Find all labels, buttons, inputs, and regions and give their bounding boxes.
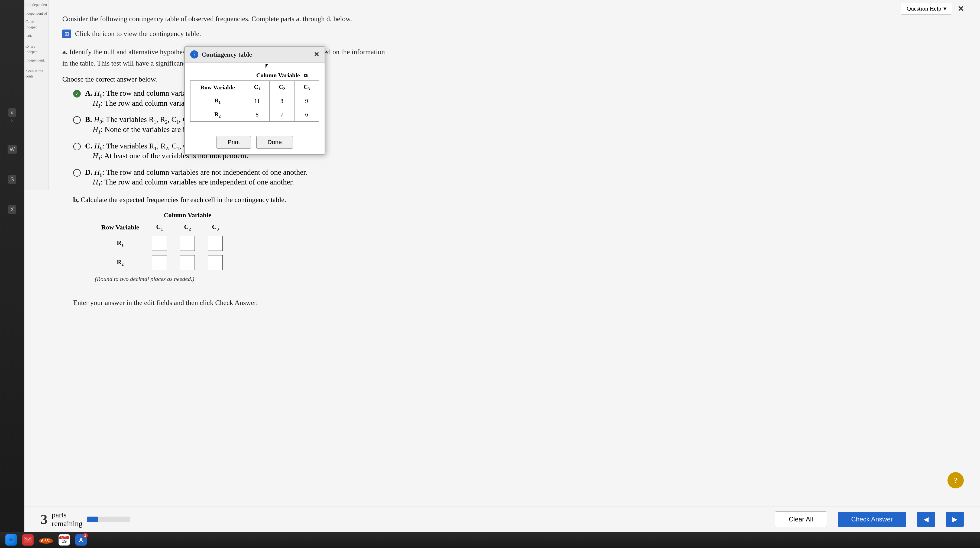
cell-r2-c2 <box>173 253 201 272</box>
modal-row-r1: R1 11 8 9 <box>191 94 319 108</box>
expected-table: Column Variable Row Variable C1 C2 C3 <box>95 210 229 272</box>
modal-col-c1: C1 <box>245 81 269 94</box>
keyboard-sidebar: # 3 W S X <box>0 0 24 548</box>
mail-icon <box>22 534 33 546</box>
sidebar-hints: ot independen ndependent of C₃ are indep… <box>24 0 49 190</box>
contingency-data-table: Column Variable ⧉ Row Variable C1 C2 C3 … <box>190 69 319 122</box>
modal-row-r2: R2 8 7 6 <box>191 108 319 121</box>
question-help-dropdown[interactable]: Question Help ▾ <box>901 3 952 14</box>
radio-a[interactable] <box>73 90 81 97</box>
copy-icon[interactable]: ⧉ <box>304 73 307 78</box>
taskbar-item-app[interactable]: A 2 <box>75 534 87 546</box>
col-c1-header: C1 <box>145 221 173 234</box>
click-icon-line: ⊞ Click the icon to view the contingency… <box>62 30 964 38</box>
table-row-r1: R1 <box>95 234 229 253</box>
row-r1-label: R1 <box>95 234 145 253</box>
problem-statement: Consider the following contingency table… <box>62 14 964 24</box>
modal-r2-c3-val: 6 <box>294 108 319 121</box>
clear-all-button[interactable]: Clear All <box>775 511 827 527</box>
choice-d-text: D. H0: The row and column variables are … <box>85 168 307 188</box>
key-w: W <box>8 145 17 154</box>
key-hash: # 3 <box>8 108 16 124</box>
finder-icon <box>5 534 17 546</box>
modal-r2-c1-val: 8 <box>245 108 269 121</box>
contingency-table-modal: i Contingency table — ✕ Column Variable … <box>184 46 325 155</box>
check-answer-button[interactable]: Check Answer <box>838 512 906 527</box>
key-s: S <box>8 175 16 184</box>
progress-bar <box>87 516 130 522</box>
parts-remaining-section: 3 parts remaining <box>41 511 130 528</box>
modal-r1-c3-val: 9 <box>294 94 319 108</box>
info-icon: i <box>190 50 198 59</box>
modal-row-var-label: Row Variable <box>191 81 245 94</box>
col-variable-header: Column Variable <box>145 210 229 221</box>
nav-prev-button[interactable]: ◀ <box>917 512 935 527</box>
modal-close-btn[interactable]: ✕ <box>314 51 319 58</box>
done-button[interactable]: Done <box>256 136 293 149</box>
progress-bar-fill <box>87 516 98 522</box>
modal-r1-label: R1 <box>191 94 245 108</box>
modal-col-var-label: Column Variable <box>256 72 300 79</box>
radio-c[interactable] <box>73 143 81 150</box>
print-button[interactable]: Print <box>216 136 251 149</box>
radio-b[interactable] <box>73 116 81 124</box>
nav-next-button[interactable]: ▶ <box>946 512 964 527</box>
modal-r1-c1-val: 11 <box>245 94 269 108</box>
taskbar: 6,651 MAY 19 A 2 <box>0 532 980 548</box>
help-button[interactable]: ? <box>948 472 964 488</box>
key-x: X <box>8 205 16 214</box>
parts-label-line2: remaining <box>52 519 83 528</box>
input-r2-c2[interactable] <box>180 255 195 270</box>
modal-body: Column Variable ⧉ Row Variable C1 C2 C3 … <box>185 63 325 131</box>
badge-6651: 6,651 <box>39 538 53 544</box>
table-icon[interactable]: ⊞ <box>62 30 71 38</box>
parts-label-line1: parts <box>52 511 83 519</box>
taskbar-item-mail[interactable] <box>22 534 33 546</box>
modal-header: i Contingency table — ✕ <box>185 47 325 63</box>
modal-header-left: i Contingency table <box>190 50 252 59</box>
round-note: (Round to two decimal places as needed.) <box>95 275 964 283</box>
modal-col-c3: C3 <box>294 81 319 94</box>
part-a-label: a. <box>62 48 68 56</box>
part-b-title: b, Calculate the expected frequencies fo… <box>73 196 964 204</box>
modal-r1-c2-val: 8 <box>270 94 294 108</box>
cell-r2-c1 <box>145 253 173 272</box>
taskbar-item-badge-6651: 6,651 <box>39 535 53 544</box>
top-right-controls: Question Help ▾ ✕ <box>901 3 964 14</box>
parts-label-block: parts remaining <box>52 511 83 528</box>
radio-d[interactable] <box>73 169 81 176</box>
app-badge: 2 <box>83 533 88 538</box>
click-icon-text[interactable]: Click the icon to view the contingency t… <box>75 30 201 38</box>
col-c3-header: C3 <box>201 221 229 234</box>
table-row-r2: R2 <box>95 253 229 272</box>
taskbar-item-finder[interactable] <box>5 534 17 546</box>
part-b-label: b, <box>73 196 79 204</box>
input-r1-c2[interactable] <box>180 236 195 251</box>
modal-footer: Print Done <box>185 131 325 154</box>
cell-r1-c2 <box>173 234 201 253</box>
enter-answer-text: Enter your answer in the edit fields and… <box>73 299 964 307</box>
row-r2-label: R2 <box>95 253 145 272</box>
bottom-toolbar: 3 parts remaining Clear All Check Answer… <box>24 507 980 532</box>
input-r1-c1[interactable] <box>152 236 167 251</box>
modal-title: Contingency table <box>202 51 252 58</box>
chevron-down-icon: ▾ <box>943 5 947 12</box>
modal-controls: — ✕ <box>304 51 319 58</box>
modal-col-c2: C2 <box>270 81 294 94</box>
close-icon[interactable]: ✕ <box>958 4 964 13</box>
part-b: b, Calculate the expected frequencies fo… <box>73 196 964 283</box>
modal-r2-label: R2 <box>191 108 245 121</box>
col-c2-header: C2 <box>173 221 201 234</box>
enter-answer-area: Enter your answer in the edit fields and… <box>73 299 964 307</box>
calendar-icon: MAY 19 <box>59 534 70 546</box>
modal-minimize-btn[interactable]: — <box>304 51 310 58</box>
cell-r1-c3 <box>201 234 229 253</box>
choice-d: D. H0: The row and column variables are … <box>73 168 964 188</box>
modal-r2-c2-val: 7 <box>270 108 294 121</box>
input-r2-c3[interactable] <box>208 255 223 270</box>
input-r2-c1[interactable] <box>152 255 167 270</box>
input-r1-c3[interactable] <box>208 236 223 251</box>
main-content: Question Help ▾ ✕ Consider the following… <box>24 0 980 548</box>
question-help-label: Question Help <box>907 5 941 12</box>
taskbar-item-calendar[interactable]: MAY 19 <box>59 534 70 546</box>
